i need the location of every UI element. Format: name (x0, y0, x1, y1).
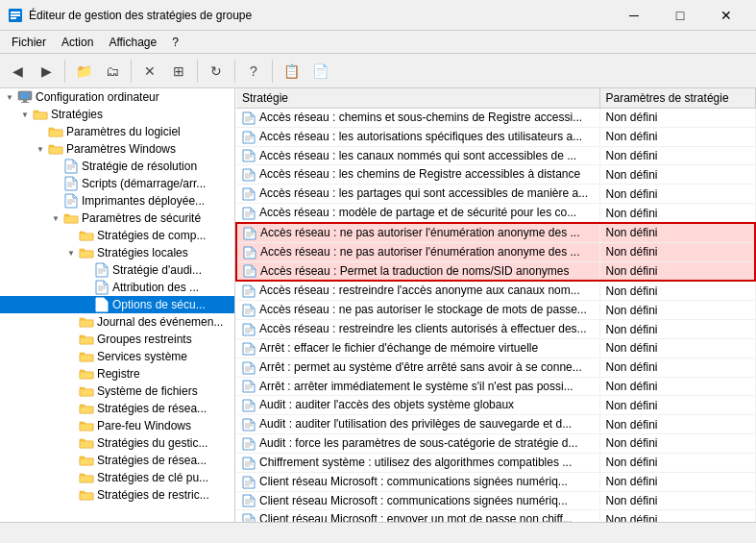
tree-item-groupes-restreints[interactable]: Groupes restreints (0, 331, 234, 348)
tree-item-strategie-resolution[interactable]: Stratégie de résolution (0, 158, 234, 175)
tree-toggle-strategies-locales[interactable]: ▼ (63, 245, 79, 260)
toolbar-btn-help[interactable]: ? (240, 58, 267, 85)
toolbar-btn-export[interactable]: 📋 (278, 58, 305, 85)
menu-item-action[interactable]: Action (54, 34, 101, 51)
table-row[interactable]: Accès réseau : ne pas autoriser le stock… (236, 301, 755, 320)
tree-toggle-pare-feu[interactable] (63, 418, 79, 433)
tree-item-strategies-locales[interactable]: ▼Stratégies locales (0, 244, 234, 261)
tree-item-strategies[interactable]: ▼Stratégies (0, 106, 234, 123)
menu-item-fichier[interactable]: Fichier (4, 34, 54, 51)
tree-toggle-journal-evenements[interactable] (63, 314, 79, 330)
table-row[interactable]: Arrêt : arrêter immédiatement le système… (236, 377, 755, 396)
tree-item-icon-strategies-cle-pu (79, 470, 94, 485)
table-row[interactable]: Accès réseau : les chemins de Registre a… (236, 165, 755, 185)
toolbar-btn-import[interactable]: 📄 (306, 58, 333, 85)
toolbar-btn-delete[interactable]: ✕ (136, 58, 163, 85)
tree-item-params-windows[interactable]: ▼Paramètres Windows (0, 140, 234, 158)
tree-item-strategies-gestic[interactable]: Stratégies du gestic... (0, 434, 234, 452)
tree-toggle-strategie-audit[interactable] (79, 262, 94, 278)
tree-item-strategies-cle-pu[interactable]: Stratégies de clé pu... (0, 469, 234, 486)
table-row[interactable]: Client réseau Microsoft : envoyer un mot… (236, 510, 755, 522)
table-row[interactable]: Audit : auditer l'accès des objets systè… (236, 396, 755, 415)
table-cell-strategy: Accès réseau : les chemins de Registre a… (236, 165, 599, 185)
table-row[interactable]: Arrêt : effacer le fichier d'échange de … (236, 338, 755, 358)
table-row[interactable]: Accès réseau : modèle de partage et de s… (236, 204, 755, 223)
tree-toggle-scripts[interactable] (48, 176, 63, 191)
table-row[interactable]: Accès réseau : chemins et sous-chemins d… (236, 109, 755, 128)
tree-item-params-securite[interactable]: ▼Paramètres de sécurité (0, 210, 234, 227)
tree-item-journal-evenements[interactable]: Journal des événemen... (0, 313, 234, 331)
tree-item-label-strategies: Stratégies (51, 108, 103, 121)
table-row[interactable]: Audit : auditer l'utilisation des privil… (236, 415, 755, 434)
tree-toggle-strategies-restric[interactable] (63, 487, 79, 503)
tree-item-pare-feu[interactable]: Pare-feu Windows (0, 417, 234, 434)
tree-toggle-groupes-restreints[interactable] (63, 332, 79, 347)
table-row[interactable]: Accès réseau : les canaux nommés qui son… (236, 146, 755, 165)
tree-item-systeme-fichiers[interactable]: Système de fichiers (0, 383, 234, 400)
tree-toggle-strategies[interactable]: ▼ (17, 107, 33, 122)
row-strategy-icon (243, 227, 256, 240)
tree-toggle-params-logiciel[interactable] (33, 124, 48, 139)
tree-item-config-ordinateur[interactable]: ▼Configuration ordinateur (0, 88, 234, 106)
tree-item-options-secu[interactable]: Options de sécu... (0, 296, 234, 313)
tree-toggle-params-securite[interactable]: ▼ (48, 210, 63, 226)
table-row[interactable]: Audit : force les paramètres de sous-cat… (236, 434, 755, 454)
table-row[interactable]: Accès réseau : les autorisations spécifi… (236, 127, 755, 146)
tree-item-imprimantes[interactable]: Imprimantes déployée... (0, 192, 234, 210)
tree-item-strategies-reseau[interactable]: Stratégies de résea... (0, 400, 234, 417)
table-row[interactable]: Arrêt : permet au système d'être arrêté … (236, 358, 755, 377)
menu-item-affichage[interactable]: Affichage (101, 34, 164, 51)
tree-item-strategie-audit[interactable]: Stratégie d'audi... (0, 261, 234, 279)
tree-item-strategies-reseau2[interactable]: Stratégies de résea... (0, 452, 234, 469)
toolbar-btn-folder[interactable]: 📁 (70, 58, 97, 85)
tree-toggle-options-secu[interactable] (79, 297, 94, 312)
col-header-params[interactable]: Paramètres de stratégie (599, 88, 755, 109)
tree-toggle-params-windows[interactable]: ▼ (33, 141, 48, 157)
table-row[interactable]: Accès réseau : ne pas autoriser l'énumér… (236, 223, 755, 242)
minimize-button[interactable]: ─ (612, 0, 656, 31)
tree-toggle-strategies-gestic[interactable] (63, 435, 79, 451)
tree-item-services-systeme[interactable]: Services système (0, 348, 234, 365)
tree-item-params-logiciel[interactable]: Paramètres du logiciel (0, 123, 234, 140)
tree-toggle-strategie-resolution[interactable] (48, 159, 63, 174)
tree-toggle-registre[interactable] (63, 366, 79, 382)
tree-item-attribution[interactable]: Attribution des ... (0, 279, 234, 296)
row-strategy-icon (243, 264, 256, 278)
toolbar-btn-forward[interactable]: ▶ (33, 58, 60, 85)
close-button[interactable]: ✕ (704, 0, 748, 31)
table-cell-params: Non défini (599, 453, 755, 472)
table-cell-params: Non défini (599, 204, 755, 223)
tree-item-label-params-securite: Paramètres de sécurité (82, 211, 201, 225)
tree-item-scripts[interactable]: Scripts (démarrage/arr... (0, 175, 234, 192)
tree-item-registre[interactable]: Registre (0, 365, 234, 383)
table-cell-params: Non défini (599, 472, 755, 491)
toolbar-btn-properties[interactable]: ⊞ (165, 58, 192, 85)
table-cell-params: Non défini (599, 109, 755, 128)
tree-toggle-strategies-reseau2[interactable] (63, 453, 79, 468)
svg-rect-9 (49, 130, 62, 136)
table-row[interactable]: Client réseau Microsoft : communications… (236, 472, 755, 491)
tree-toggle-strategies-reseau[interactable] (63, 401, 79, 416)
col-header-strategy[interactable]: Stratégie (236, 88, 599, 109)
tree-item-strategies-comp[interactable]: Stratégies de comp... (0, 227, 234, 244)
tree-toggle-config-ordinateur[interactable]: ▼ (2, 89, 17, 105)
table-row[interactable]: Accès réseau : Permet la traduction de n… (236, 261, 755, 281)
table-row[interactable]: Client réseau Microsoft : communications… (236, 491, 755, 510)
tree-toggle-imprimantes[interactable] (48, 193, 63, 209)
tree-toggle-strategies-cle-pu[interactable] (63, 470, 79, 485)
maximize-button[interactable]: □ (658, 0, 702, 31)
table-row[interactable]: Accès réseau : restreindre les clients a… (236, 320, 755, 339)
menu-item-help[interactable]: ? (164, 34, 186, 51)
tree-toggle-services-systeme[interactable] (63, 349, 79, 364)
toolbar-btn-refresh[interactable]: ↻ (203, 58, 230, 85)
table-row[interactable]: Accès réseau : restreindre l'accès anony… (236, 281, 755, 300)
tree-toggle-strategies-comp[interactable] (63, 228, 79, 243)
toolbar-btn-back[interactable]: ◀ (4, 58, 31, 85)
tree-item-strategies-restric[interactable]: Stratégies de restric... (0, 486, 234, 504)
tree-toggle-attribution[interactable] (79, 280, 94, 295)
table-row[interactable]: Accès réseau : ne pas autoriser l'énumér… (236, 242, 755, 261)
table-row[interactable]: Accès réseau : les partages qui sont acc… (236, 185, 755, 204)
table-row[interactable]: Chiffrement système : utilisez des algor… (236, 453, 755, 472)
tree-toggle-systeme-fichiers[interactable] (63, 383, 79, 399)
toolbar-btn-show-hide[interactable]: 🗂 (99, 58, 126, 85)
